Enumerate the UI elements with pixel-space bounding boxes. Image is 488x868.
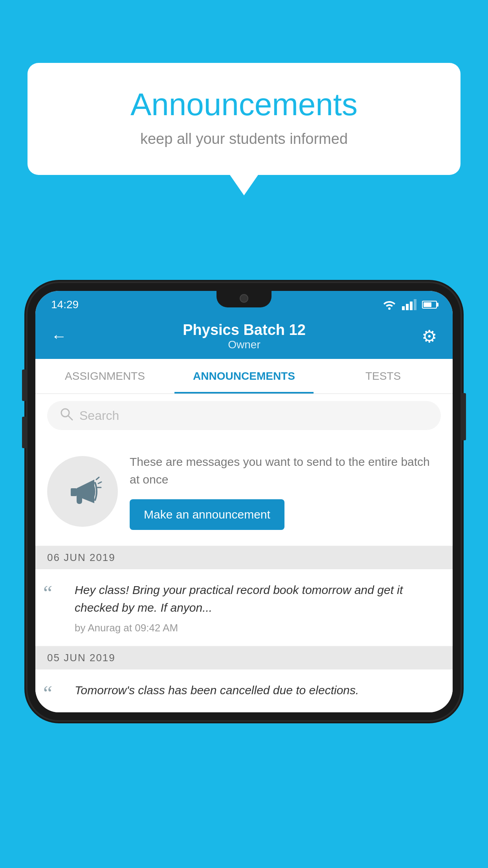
promo-description: These are messages you want to send to t… [130,453,441,488]
announcement-item-2[interactable]: “ Tomorrow's class has been cancelled du… [35,669,453,712]
bubble-title: Announcements [59,86,429,123]
tab-assignments[interactable]: ASSIGNMENTS [35,359,174,394]
search-container: Search [35,394,453,437]
quote-icon-2: “ [43,683,67,704]
announcement-text-2: Tomorrow's class has been cancelled due … [75,681,441,699]
header-title-container: Physics Batch 12 Owner [183,322,306,351]
wifi-icon [382,300,396,310]
search-bar[interactable]: Search [47,401,441,430]
tab-bar: ASSIGNMENTS ANNOUNCEMENTS TESTS [35,359,453,394]
speech-bubble-container: Announcements keep all your students inf… [28,63,460,175]
status-time: 14:29 [51,298,79,311]
header-owner-label: Owner [183,338,306,351]
tab-announcements[interactable]: ANNOUNCEMENTS [174,359,314,394]
phone-screen: 14:29 [35,291,453,712]
promo-content: These are messages you want to send to t… [130,453,441,530]
svg-line-3 [96,477,99,480]
phone-camera [240,294,248,303]
phone-container: 14:29 [28,283,460,868]
megaphone-icon [63,472,102,511]
phone-notch [216,291,272,307]
phone-button-left1 [22,370,26,401]
date-divider-1: 06 JUN 2019 [35,546,453,569]
svg-rect-2 [71,488,77,496]
promo-area: These are messages you want to send to t… [35,437,453,546]
announcement-content-2: Tomorrow's class has been cancelled due … [75,681,441,704]
svg-line-4 [98,482,101,484]
phone-button-left2 [22,417,26,448]
quote-icon-1: “ [43,583,67,603]
app-header: ← Physics Batch 12 Owner ⚙ [35,314,453,359]
signal-bars-icon [402,299,416,310]
settings-icon[interactable]: ⚙ [422,326,437,346]
announcement-content-1: Hey class! Bring your practical record b… [75,581,441,634]
announcement-text-1: Hey class! Bring your practical record b… [75,581,441,616]
promo-icon-circle [47,456,118,527]
date-divider-2: 05 JUN 2019 [35,646,453,669]
make-announcement-button[interactable]: Make an announcement [130,499,284,530]
speech-bubble: Announcements keep all your students inf… [28,63,460,175]
tab-tests[interactable]: TESTS [314,359,453,394]
battery-icon [422,301,437,309]
phone-button-right [462,393,466,440]
svg-line-1 [68,416,72,420]
bubble-subtitle: keep all your students informed [59,131,429,147]
search-placeholder-text: Search [79,408,119,423]
back-button[interactable]: ← [51,327,67,345]
phone-mockup: 14:29 [28,283,460,720]
announcement-item-1[interactable]: “ Hey class! Bring your practical record… [35,569,453,646]
header-batch-title: Physics Batch 12 [183,322,306,338]
search-icon [60,407,73,424]
announcement-meta-1: by Anurag at 09:42 AM [75,622,441,634]
status-icons [382,299,437,310]
